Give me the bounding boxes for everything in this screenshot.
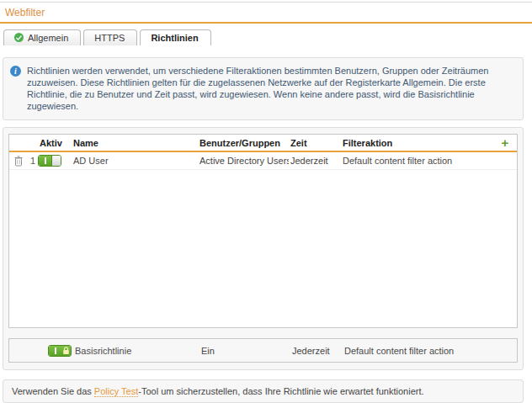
check-circle-icon: [14, 33, 24, 42]
policy-test-note: Verwenden Sie das Policy Test-Tool um si…: [3, 379, 524, 403]
policy-name-cell: AD User: [72, 156, 198, 166]
policy-time-cell: Jederzeit: [289, 156, 341, 166]
policies-table: Aktiv Name Benutzer/Gruppen Zeit Filtera…: [8, 134, 518, 328]
toggle-on-side: [39, 156, 51, 166]
base-policy-link[interactable]: Basisrichtlinie: [75, 346, 131, 356]
lock-icon: [61, 346, 71, 356]
add-policy-button[interactable]: +: [493, 136, 517, 149]
tab-richtlinien[interactable]: Richtlinien: [140, 29, 210, 45]
trash-icon: [14, 156, 23, 167]
info-icon: i: [10, 66, 21, 77]
table-row: 1 AD User Active Directory Users Jederze…: [9, 152, 517, 170]
column-header-benutzer: Benutzer/Gruppen: [198, 138, 289, 148]
tab-https[interactable]: HTTPS: [83, 29, 137, 45]
tab-allgemein[interactable]: Allgemein: [3, 29, 81, 45]
info-text: Richtlinien werden verwendet, um verschi…: [27, 65, 514, 112]
tab-bar: Allgemein HTTPS Richtlinien: [0, 24, 532, 45]
toggle-knob: [51, 156, 61, 166]
policy-test-link[interactable]: Policy Test: [94, 386, 138, 397]
base-filter-action-link[interactable]: Default content filter action: [344, 346, 454, 356]
column-header-filteraktion: Filteraktion: [341, 138, 493, 148]
row-toggle-cell: [38, 155, 72, 167]
base-toggle-cell: [48, 344, 73, 356]
table-header-row: Aktiv Name Benutzer/Gruppen Zeit Filtera…: [9, 135, 517, 152]
policy-users-cell: Active Directory Users: [198, 156, 289, 166]
footer-text-prefix: Verwenden Sie das: [12, 386, 94, 396]
base-policy-name-cell: Basisrichtlinie: [73, 346, 200, 356]
base-policy-row: Basisrichtlinie Ein Jederzeit Default co…: [8, 338, 518, 363]
tab-https-label: HTTPS: [94, 33, 125, 43]
tab-richtlinien-label: Richtlinien: [151, 33, 198, 43]
filter-action-link[interactable]: Default content filter action: [343, 156, 452, 166]
info-note: i Richtlinien werden verwendet, um versc…: [3, 57, 524, 120]
policies-panel: Aktiv Name Benutzer/Gruppen Zeit Filtera…: [3, 127, 524, 370]
policy-enabled-toggle[interactable]: [38, 155, 61, 167]
column-header-zeit: Zeit: [289, 138, 341, 148]
base-policy-toggle[interactable]: [48, 345, 72, 357]
footer-text-suffix: -Tool um sicherzustellen, dass Ihre Rich…: [138, 386, 423, 396]
policy-name-link[interactable]: AD User: [73, 156, 109, 166]
column-header-aktiv: Aktiv: [38, 138, 72, 148]
tab-allgemein-label: Allgemein: [28, 33, 68, 43]
policy-action-cell: Default content filter action: [341, 156, 493, 166]
base-policy-status-cell: Ein: [200, 346, 290, 356]
row-number: 1: [28, 156, 38, 166]
toggle-on-side: [49, 346, 61, 356]
base-policy-time-cell: Jederzeit: [290, 346, 343, 356]
base-policy-action-cell: Default content filter action: [343, 346, 493, 356]
page-title: Webfilter: [0, 3, 532, 22]
delete-policy-button[interactable]: [9, 156, 28, 167]
column-header-name: Name: [72, 138, 198, 148]
